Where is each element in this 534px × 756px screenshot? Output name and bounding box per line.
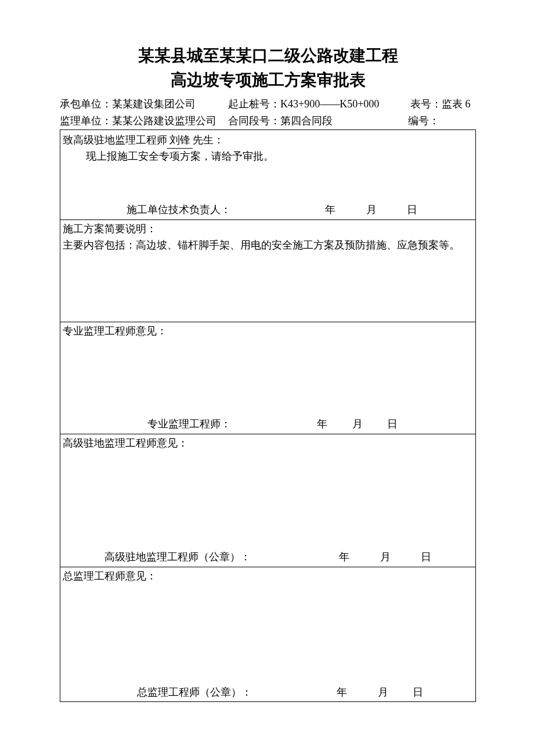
sig-month-3: 月: [352, 418, 363, 430]
sig-year-3: 年: [317, 418, 327, 430]
sig-day-5: 日: [413, 686, 423, 698]
brief-heading: 施工方案简要说明：: [63, 221, 473, 237]
contractor-label: 承包单位：: [60, 98, 112, 110]
title-line-2: 高边坡专项施工方案审批表: [60, 68, 476, 92]
sig-month: 月: [366, 204, 377, 215]
title-line-1: 某某县城至某某口二级公路改建工程: [60, 44, 476, 68]
sig-year: 年: [325, 204, 335, 215]
section-label: 合同段号：: [228, 115, 280, 127]
sig-day-4: 日: [421, 551, 431, 563]
cell-submit: 致高级驻地监理工程师刘锋先生： 现上报施工安全专项方案，请给予审批。 施工单位技…: [60, 130, 475, 220]
salutation-name: 刘锋: [167, 132, 193, 149]
sig-month-4: 月: [380, 551, 391, 563]
stake-label: 起止桩号：: [228, 98, 280, 110]
formno-value: 监表 6: [442, 98, 471, 110]
brief-body: 主要内容包括：高边坡、锚杆脚手架、用电的安全施工方案及预防措施、应急预案等。: [63, 237, 473, 254]
stake-dash: ——: [320, 98, 340, 110]
chief-heading: 总监理工程师意见：: [63, 568, 473, 585]
meta-row-2: 监理单位：某某公路建设监理公司 合同段号：第四合同段 编号：: [60, 113, 476, 129]
sig-label-chief: 总监理工程师（公章）：: [137, 685, 252, 701]
submit-body: 现上报施工安全专项方案，请给予审批。: [63, 149, 473, 165]
salutation-post: 先生：: [193, 134, 224, 146]
section-value: 第四合同段: [280, 115, 333, 127]
sig-year-4: 年: [339, 551, 349, 563]
cell-brief: 施工方案简要说明： 主要内容包括：高边坡、锚杆脚手架、用电的安全施工方案及预防措…: [60, 219, 475, 322]
sig-label-constructor: 施工单位技术负责人：: [127, 202, 231, 218]
contractor-value: 某某建设集团公司: [112, 98, 196, 110]
formno-label: 表号：: [410, 98, 442, 110]
senior-heading: 高级驻地监理工程师意见：: [63, 435, 473, 452]
meta-row-1: 承包单位：某某建设集团公司 起止桩号：K43+900——K50+000 表号：监…: [60, 96, 476, 113]
meta-block: 承包单位：某某建设集团公司 起止桩号：K43+900——K50+000 表号：监…: [60, 96, 476, 129]
sig-label-pro: 专业监理工程师：: [147, 416, 231, 433]
serial-label: 编号：: [408, 115, 439, 127]
pro-heading: 专业监理工程师意见：: [63, 323, 473, 340]
sig-day-3: 日: [387, 418, 398, 430]
supervisor-value: 某某公路建设监理公司: [112, 115, 217, 127]
sig-label-senior: 高级驻地监理工程师（公章）：: [104, 549, 251, 566]
salutation-pre: 致高级驻地监理工程师: [63, 134, 167, 146]
cell-chief-engineer: 总监理工程师意见： 总监理工程师（公章）： 年 月 日: [60, 567, 475, 702]
cell-pro-engineer: 专业监理工程师意见： 专业监理工程师： 年 月 日: [60, 322, 475, 434]
approval-table: 致高级驻地监理工程师刘锋先生： 现上报施工安全专项方案，请给予审批。 施工单位技…: [60, 129, 476, 703]
sig-month-5: 月: [378, 686, 388, 698]
supervisor-label: 监理单位：: [60, 115, 112, 127]
sig-day: 日: [407, 204, 417, 215]
stake-value-pre: K43+900: [280, 98, 320, 110]
stake-value-post: K50+000: [340, 98, 379, 110]
sig-year-5: 年: [337, 686, 347, 698]
cell-senior-engineer: 高级驻地监理工程师意见： 高级驻地监理工程师（公章）： 年 月 日: [60, 434, 475, 567]
